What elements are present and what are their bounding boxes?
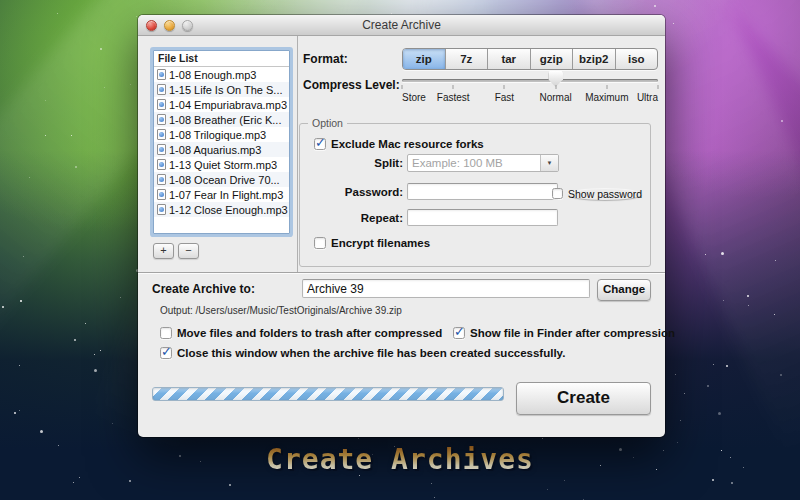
combo-arrow-button[interactable]: ▼ — [540, 155, 558, 171]
password-field[interactable] — [407, 183, 558, 200]
password-label: Password: — [300, 186, 403, 198]
slider-label-fastest: Fastest — [437, 92, 470, 103]
list-item[interactable]: 1-07 Fear In Flight.mp3 — [154, 187, 289, 202]
remove-file-button[interactable]: − — [178, 243, 199, 259]
pane-divider-vertical — [297, 36, 298, 272]
pane-divider-horizontal — [138, 272, 665, 273]
audio-file-icon — [157, 174, 166, 185]
wallpaper-caption: Create Archives — [0, 443, 800, 476]
list-item-label: 1-08 Trilogique.mp3 — [169, 129, 266, 141]
slider-label-fast: Fast — [495, 92, 514, 103]
split-placeholder: Example: 100 MB — [408, 155, 540, 171]
progress-bar — [152, 387, 504, 401]
audio-file-icon — [157, 159, 166, 170]
destination-label: Create Archive to: — [152, 282, 255, 296]
create-archive-window: Create Archive File List 1-08 Enough.mp3… — [138, 15, 665, 437]
list-item[interactable]: 1-04 Empuriabrava.mp3 — [154, 97, 289, 112]
audio-file-icon — [157, 129, 166, 140]
output-path: Output: /Users/user/Music/TestOriginals/… — [160, 305, 402, 316]
exclude-forks-label: Exclude Mac resource forks — [331, 138, 484, 150]
list-item-label: 1-08 Breather (Eric K... — [169, 114, 282, 126]
slider-tick — [402, 85, 403, 89]
change-button[interactable]: Change — [597, 279, 651, 301]
minimize-window-button[interactable] — [164, 20, 175, 31]
window-title: Create Archive — [138, 15, 665, 35]
slider-tick — [453, 85, 454, 89]
slider-label-store: Store — [402, 92, 426, 103]
format-segment-tar[interactable]: tar — [488, 49, 531, 69]
show-password-label: Show password — [568, 188, 642, 200]
format-segment-zip[interactable]: zip — [403, 49, 446, 69]
move-to-trash-checkbox[interactable] — [160, 327, 172, 339]
show-password-checkbox[interactable] — [552, 188, 563, 199]
compress-level-label: Compress Level: — [303, 78, 400, 92]
create-button[interactable]: Create — [516, 382, 651, 415]
format-label: Format: — [303, 52, 348, 66]
list-item[interactable]: 1-08 Enough.mp3 — [154, 67, 289, 82]
audio-file-icon — [157, 144, 166, 155]
slider-tick — [658, 85, 659, 89]
split-label: Split: — [300, 157, 403, 169]
zoom-window-button[interactable] — [182, 20, 193, 31]
audio-file-icon — [157, 69, 166, 80]
slider-label-normal: Normal — [539, 92, 571, 103]
desktop: Create Archives Create Archive File List… — [0, 0, 800, 500]
close-after-create-label: Close this window when the archive file … — [177, 347, 565, 359]
list-item-label: 1-08 Aquarius.mp3 — [169, 144, 261, 156]
list-item-label: 1-08 Ocean Drive 70... — [169, 174, 280, 186]
list-item[interactable]: 1-08 Trilogique.mp3 — [154, 127, 289, 142]
list-item-label: 1-15 Life Is On The S... — [169, 84, 283, 96]
format-segmented-control: zip7ztargzipbzip2iso — [402, 48, 658, 70]
file-list-header: File List — [154, 51, 289, 67]
audio-file-icon — [157, 99, 166, 110]
encrypt-filenames-label: Encrypt filenames — [331, 237, 430, 249]
audio-file-icon — [157, 114, 166, 125]
exclude-forks-checkbox[interactable] — [314, 138, 326, 150]
list-item[interactable]: 1-08 Ocean Drive 70... — [154, 172, 289, 187]
compress-level-slider: StoreFastestFastNormalMaximumUltra — [402, 69, 658, 107]
slider-tick — [606, 85, 607, 89]
file-list[interactable]: File List 1-08 Enough.mp31-15 Life Is On… — [153, 50, 290, 234]
format-segment-7z[interactable]: 7z — [446, 49, 489, 69]
close-window-button[interactable] — [146, 20, 157, 31]
encrypt-filenames-checkbox[interactable] — [314, 237, 326, 249]
split-combobox[interactable]: Example: 100 MB ▼ — [407, 154, 559, 172]
list-item[interactable]: 1-08 Breather (Eric K... — [154, 112, 289, 127]
titlebar[interactable]: Create Archive — [138, 15, 665, 36]
list-item[interactable]: 1-08 Aquarius.mp3 — [154, 142, 289, 157]
list-item-label: 1-04 Empuriabrava.mp3 — [169, 99, 287, 111]
slider-label-maximum: Maximum — [585, 92, 628, 103]
chevron-down-icon: ▼ — [547, 160, 553, 166]
close-after-create-checkbox[interactable] — [160, 347, 172, 359]
slider-track[interactable] — [402, 79, 658, 82]
list-item[interactable]: 1-15 Life Is On The S... — [154, 82, 289, 97]
option-group: Option Exclude Mac resource forks Split:… — [299, 123, 651, 267]
format-segment-bzip2[interactable]: bzip2 — [573, 49, 616, 69]
list-item-label: 1-12 Close Enough.mp3 — [169, 204, 288, 216]
list-item[interactable]: 1-12 Close Enough.mp3 — [154, 202, 289, 217]
audio-file-icon — [157, 84, 166, 95]
list-item-label: 1-13 Quiet Storm.mp3 — [169, 159, 277, 171]
add-file-button[interactable]: + — [153, 243, 174, 259]
slider-tick — [555, 85, 556, 89]
list-item-label: 1-08 Enough.mp3 — [169, 69, 256, 81]
show-in-finder-label: Show file in Finder after compression — [470, 327, 675, 339]
audio-file-icon — [157, 204, 166, 215]
move-to-trash-label: Move files and folders to trash after co… — [177, 327, 442, 339]
list-item[interactable]: 1-13 Quiet Storm.mp3 — [154, 157, 289, 172]
list-item-label: 1-07 Fear In Flight.mp3 — [169, 189, 283, 201]
slider-tick — [504, 85, 505, 89]
format-segment-gzip[interactable]: gzip — [531, 49, 574, 69]
repeat-label: Repeat: — [300, 212, 403, 224]
archive-name-field[interactable]: Archive 39 — [302, 279, 590, 298]
slider-label-ultra: Ultra — [637, 92, 658, 103]
repeat-field[interactable] — [407, 209, 558, 226]
show-in-finder-checkbox[interactable] — [453, 327, 465, 339]
audio-file-icon — [157, 189, 166, 200]
format-segment-iso[interactable]: iso — [616, 49, 658, 69]
option-group-label: Option — [308, 117, 347, 129]
